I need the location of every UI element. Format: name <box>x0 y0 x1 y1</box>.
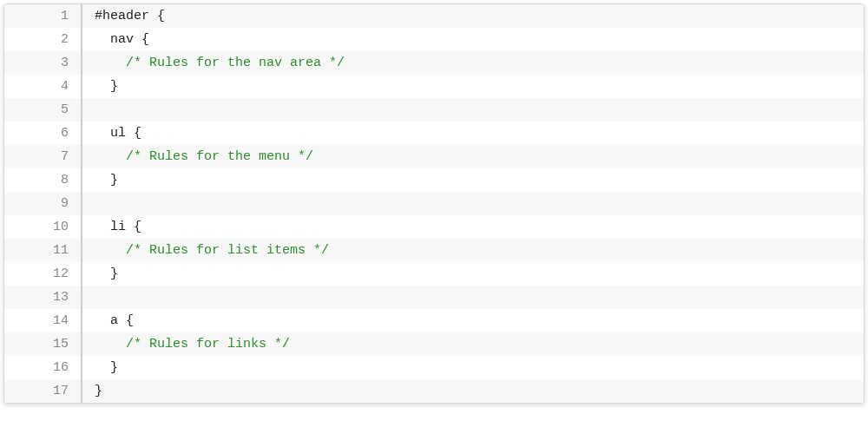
code-line: 13 <box>4 286 864 309</box>
line-number: 6 <box>4 122 82 145</box>
line-number: 10 <box>4 215 82 239</box>
code-line: 2nav { <box>4 28 864 51</box>
punct-token: } <box>110 79 118 94</box>
code-line: 9 <box>4 192 864 215</box>
code-line: 17} <box>4 379 864 403</box>
code-content: } <box>82 262 864 286</box>
line-number: 14 <box>4 309 82 332</box>
line-number: 9 <box>4 192 82 215</box>
line-number: 8 <box>4 168 82 192</box>
selector-token: #header <box>95 9 157 23</box>
line-number: 4 <box>4 75 82 98</box>
line-number: 7 <box>4 145 82 168</box>
line-number: 1 <box>4 4 82 28</box>
code-content <box>82 98 864 122</box>
code-content: /* Rules for links */ <box>82 332 864 356</box>
punct-token: { <box>134 220 141 234</box>
line-number: 5 <box>4 98 82 122</box>
line-number: 11 <box>4 239 82 262</box>
code-content: } <box>82 75 864 98</box>
punct-token: } <box>110 173 118 187</box>
selector-token: nav <box>110 32 141 47</box>
line-number: 3 <box>4 51 82 75</box>
punct-token: } <box>110 266 118 281</box>
code-line: 3/* Rules for the nav area */ <box>4 51 864 75</box>
comment-token: /* Rules for links */ <box>126 337 290 352</box>
code-line: 15/* Rules for links */ <box>4 332 864 356</box>
punct-token: { <box>134 126 141 141</box>
code-content: nav { <box>82 28 864 51</box>
code-line: 8} <box>4 168 864 192</box>
code-content: ul { <box>82 122 864 145</box>
punct-token: } <box>110 360 118 375</box>
code-content: } <box>82 356 864 379</box>
code-line: 12} <box>4 262 864 286</box>
code-content: li { <box>82 215 864 239</box>
code-content <box>82 192 864 215</box>
code-content: a { <box>82 309 864 332</box>
code-line: 4} <box>4 75 864 98</box>
code-line: 11/* Rules for list items */ <box>4 239 864 262</box>
punct-token: { <box>141 32 149 47</box>
code-content <box>82 286 864 309</box>
code-content: } <box>82 168 864 192</box>
code-line: 7/* Rules for the menu */ <box>4 145 864 168</box>
code-content: } <box>82 379 864 403</box>
code-block: 1#header {2nav {3/* Rules for the nav ar… <box>3 3 865 404</box>
code-line: 16} <box>4 356 864 379</box>
code-content: /* Rules for list items */ <box>82 239 864 262</box>
line-number: 12 <box>4 262 82 286</box>
selector-token: li <box>110 220 134 234</box>
punct-token: } <box>95 384 102 398</box>
comment-token: /* Rules for the nav area */ <box>126 56 345 70</box>
code-content: /* Rules for the menu */ <box>82 145 864 168</box>
selector-token: ul <box>110 126 134 141</box>
code-line: 5 <box>4 98 864 122</box>
line-number: 15 <box>4 332 82 356</box>
punct-token: { <box>126 313 134 328</box>
line-number: 13 <box>4 286 82 309</box>
line-number: 2 <box>4 28 82 51</box>
line-number: 16 <box>4 356 82 379</box>
code-line: 10li { <box>4 215 864 239</box>
code-line: 1#header { <box>4 4 864 28</box>
selector-token: a <box>110 313 126 328</box>
code-line: 14a { <box>4 309 864 332</box>
code-content: #header { <box>82 4 864 28</box>
punct-token: { <box>157 9 165 23</box>
code-content: /* Rules for the nav area */ <box>82 51 864 75</box>
comment-token: /* Rules for list items */ <box>126 243 329 258</box>
code-line: 6ul { <box>4 122 864 145</box>
line-number: 17 <box>4 379 82 403</box>
comment-token: /* Rules for the menu */ <box>126 149 313 164</box>
